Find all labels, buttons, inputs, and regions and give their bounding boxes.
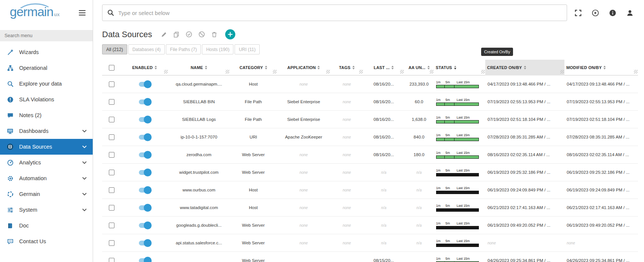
name-cell[interactable]: www.tatadigital.com: [168, 199, 230, 216]
table-row[interactable]: Web Server 08/15/20... 1m5mLast 15m 04/2…: [102, 252, 638, 262]
name-cell[interactable]: widget.trustpilot.com: [168, 164, 230, 181]
row-checkbox[interactable]: [109, 134, 114, 140]
tab-uri[interactable]: URI (11): [235, 44, 259, 54]
table-row[interactable]: qa.cloud.germainapm.... Host none none 0…: [102, 75, 638, 93]
name-cell[interactable]: SIEBELLAB Logs: [168, 111, 230, 128]
tab-all[interactable]: All (212): [102, 44, 127, 54]
delete-icon[interactable]: [211, 32, 217, 38]
column-header-created[interactable]: CREATED ON/BY: [485, 60, 564, 75]
table-row[interactable]: widget.trustpilot.com Web Server none no…: [102, 164, 638, 181]
name-cell[interactable]: www.ourbus.com: [168, 181, 230, 199]
sidebar-item-notes[interactable]: Notes (2): [0, 107, 93, 123]
column-resize-handle[interactable]: [430, 70, 433, 74]
row-checkbox[interactable]: [109, 240, 114, 246]
column-header-status[interactable]: STATUS: [434, 60, 485, 75]
table-row[interactable]: zerodha.com Web Server none none 08/16/2…: [102, 146, 638, 164]
edit-icon[interactable]: [161, 32, 167, 38]
enabled-toggle[interactable]: [139, 152, 150, 157]
approve-icon[interactable]: [186, 31, 192, 38]
row-checkbox[interactable]: [109, 117, 114, 122]
name-cell[interactable]: qa.cloud.germainapm....: [168, 75, 230, 93]
name-cell[interactable]: zerodha.com: [168, 146, 230, 163]
global-search-input[interactable]: [118, 10, 562, 16]
column-resize-handle[interactable]: [326, 70, 330, 74]
column-resize-handle[interactable]: [359, 70, 363, 74]
row-checkbox[interactable]: [109, 170, 114, 175]
enabled-toggle[interactable]: [139, 241, 150, 245]
column-resize-handle[interactable]: [560, 70, 564, 74]
sidebar-item-data-sources[interactable]: Data Sources: [0, 139, 93, 155]
enabled-toggle[interactable]: [139, 223, 150, 228]
user-icon[interactable]: [626, 9, 633, 17]
sidebar-item-system[interactable]: System: [0, 202, 93, 218]
tab-databases[interactable]: Databases (4): [128, 44, 165, 54]
column-resize-handle[interactable]: [400, 70, 404, 74]
column-resize-handle[interactable]: [481, 70, 485, 74]
sort-icon[interactable]: [454, 66, 456, 69]
disable-icon[interactable]: [199, 31, 205, 38]
enabled-toggle[interactable]: [139, 170, 150, 175]
table-row[interactable]: googleads.g.doublecli... Web Server none…: [102, 217, 638, 234]
table-row[interactable]: ip-10-0-1-157:7070 URI Apache ZooKeeper …: [102, 128, 638, 146]
table-row[interactable]: www.ourbus.com Host none none n/a n/a 1m…: [102, 181, 638, 199]
enabled-toggle[interactable]: [139, 117, 150, 122]
sort-icon[interactable]: [427, 66, 430, 69]
column-header-modified[interactable]: MODIFIED ON/BY: [564, 60, 638, 75]
row-checkbox[interactable]: [109, 152, 114, 158]
column-header-aa-un[interactable]: AA UN...: [404, 60, 434, 75]
sidebar-item-wizards[interactable]: Wizards: [0, 44, 93, 60]
table-row[interactable]: SIEBELLAB Logs File Path Siebel Enterpri…: [102, 111, 638, 128]
germain-logo[interactable]: germainux: [10, 5, 60, 19]
name-cell[interactable]: [168, 252, 230, 262]
sidebar-item-germain[interactable]: Germain: [0, 186, 93, 202]
sidebar-item-explore[interactable]: Explore your data: [0, 76, 93, 92]
add-button[interactable]: [225, 29, 235, 39]
name-cell[interactable]: api.status.salesforce.c...: [168, 234, 230, 251]
name-cell[interactable]: googleads.g.doublecli...: [168, 217, 230, 234]
name-cell[interactable]: SIEBELLAB BIN: [168, 93, 230, 110]
sort-icon[interactable]: [317, 66, 320, 69]
copy-icon[interactable]: [173, 32, 179, 38]
enabled-toggle[interactable]: [139, 135, 150, 140]
play-circle-icon[interactable]: [592, 9, 599, 17]
row-checkbox[interactable]: [109, 99, 114, 105]
info-icon[interactable]: [609, 9, 616, 17]
sidebar-search-input[interactable]: [0, 30, 93, 41]
column-header-last[interactable]: LAST ...: [363, 60, 404, 75]
sort-icon[interactable]: [524, 66, 526, 69]
column-resize-handle[interactable]: [634, 70, 638, 74]
tab-hosts[interactable]: Hosts (190): [202, 44, 233, 54]
sidebar-item-operational[interactable]: Operational: [0, 60, 93, 76]
enabled-toggle[interactable]: [139, 188, 150, 193]
table-row[interactable]: SIEBELLAB BIN File Path Siebel Enterpris…: [102, 93, 638, 111]
enabled-toggle[interactable]: [139, 99, 150, 104]
column-resize-handle[interactable]: [164, 70, 168, 74]
table-row[interactable]: api.status.salesforce.c... Web Server no…: [102, 234, 638, 252]
tab-file-paths[interactable]: File Paths (7): [166, 44, 201, 54]
sidebar-item-dashboards[interactable]: Dashboards: [0, 123, 93, 139]
table-row[interactable]: www.tatadigital.com Host none none n/a n…: [102, 199, 638, 217]
sort-icon[interactable]: [205, 66, 207, 69]
row-checkbox[interactable]: [109, 223, 114, 228]
column-resize-handle[interactable]: [273, 70, 277, 74]
column-resize-handle[interactable]: [226, 70, 229, 74]
row-checkbox[interactable]: [109, 205, 114, 211]
row-checkbox[interactable]: [109, 81, 114, 87]
column-header-tags[interactable]: TAGS: [330, 60, 363, 75]
column-header-category[interactable]: CATEGORY: [230, 60, 277, 75]
select-all-checkbox[interactable]: [109, 65, 114, 71]
sidebar-item-automation[interactable]: Automation: [0, 170, 93, 186]
sidebar-item-sla-violations[interactable]: SLA Violations: [0, 92, 93, 107]
sort-icon[interactable]: [265, 66, 267, 69]
row-checkbox[interactable]: [109, 187, 114, 193]
row-checkbox[interactable]: [109, 258, 114, 262]
name-cell[interactable]: ip-10-0-1-157:7070: [168, 128, 230, 146]
sidebar-item-doc[interactable]: Doc: [0, 218, 93, 233]
column-header-name[interactable]: NAME: [168, 60, 230, 75]
sidebar-item-analytics[interactable]: Analytics: [0, 155, 93, 170]
sort-icon[interactable]: [352, 66, 355, 69]
enabled-toggle[interactable]: [139, 258, 150, 262]
sort-icon[interactable]: [155, 66, 157, 69]
enabled-toggle[interactable]: [139, 82, 150, 87]
enabled-toggle[interactable]: [139, 205, 150, 210]
